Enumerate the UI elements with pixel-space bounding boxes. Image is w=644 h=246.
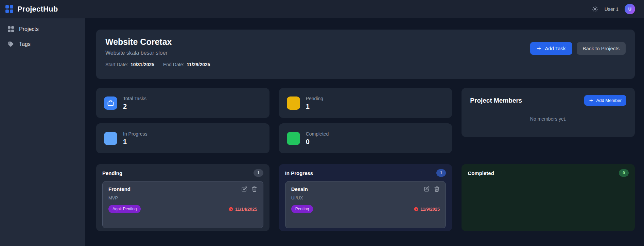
- trash-icon: [251, 186, 257, 192]
- column-in-progress: In Progress 1 Desain: [279, 164, 452, 231]
- stat-label: Completed: [306, 131, 329, 137]
- add-task-button[interactable]: Add Task: [530, 42, 572, 55]
- plus-icon: [589, 98, 593, 103]
- pending-color-square: [287, 96, 300, 110]
- stat-card-total-tasks: Total Tasks 2: [96, 88, 269, 118]
- app-logo-icon: [5, 5, 13, 13]
- sidebar-item-label: Projects: [19, 26, 39, 32]
- project-subtitle: Website skala besar sloer: [105, 50, 210, 56]
- brand: ProjectHub: [5, 5, 58, 14]
- sidebar-item-tags[interactable]: Tags: [0, 37, 85, 52]
- project-title: Website Coretax: [105, 37, 210, 47]
- plus-icon: [537, 46, 542, 51]
- task-due-date: 11/9/2025: [414, 207, 440, 212]
- theme-toggle-button[interactable]: [592, 6, 598, 13]
- grid-icon: [8, 26, 14, 32]
- task-tag-badge: Penting: [291, 205, 313, 213]
- add-member-button[interactable]: Add Member: [584, 95, 626, 106]
- column-title: Pending: [102, 170, 122, 176]
- start-date-value: 10/31/2025: [130, 62, 154, 67]
- column-count-badge: 1: [254, 169, 263, 177]
- stat-value: 2: [123, 103, 146, 110]
- add-task-label: Add Task: [545, 46, 565, 51]
- task-due-date: 11/14/2025: [229, 207, 257, 212]
- column-completed: Completed 0: [462, 164, 635, 231]
- task-tag-badge: Agak Penting: [108, 205, 141, 213]
- stat-value: 1: [306, 103, 323, 110]
- sidebar-item-projects[interactable]: Projects: [0, 22, 85, 37]
- avatar-initial: U: [628, 6, 631, 12]
- delete-task-button[interactable]: [251, 186, 257, 192]
- column-count-badge: 0: [619, 169, 629, 177]
- task-title: Frontend: [108, 186, 130, 192]
- stat-value: 1: [123, 138, 147, 146]
- in-progress-color-square: [104, 132, 117, 145]
- topbar: ProjectHub User 1 U: [0, 0, 644, 18]
- edit-task-button[interactable]: [241, 186, 247, 192]
- stats-grid: Total Tasks 2 Pending 1 In Progress 1: [96, 88, 635, 153]
- user-avatar[interactable]: U: [625, 4, 635, 14]
- app-title: ProjectHub: [17, 5, 58, 14]
- stat-card-completed: Completed 0: [279, 123, 452, 153]
- clock-icon: [414, 207, 418, 211]
- stat-label: In Progress: [123, 131, 147, 137]
- project-dates: Start Date: 10/31/2025 End Date: 11/29/2…: [105, 62, 210, 67]
- stat-label: Total Tasks: [123, 96, 146, 101]
- edit-icon: [424, 186, 430, 192]
- kanban-board: Pending 1 Frontend: [96, 164, 635, 231]
- sidebar-item-label: Tags: [19, 41, 31, 47]
- due-date-text: 11/14/2025: [235, 207, 257, 212]
- tag-icon: [8, 41, 14, 47]
- sidebar: Projects Tags: [0, 18, 85, 246]
- task-card-frontend[interactable]: Frontend: [102, 181, 263, 228]
- task-title: Desain: [291, 186, 308, 192]
- user-name: User 1: [605, 6, 619, 12]
- start-date-label: Start Date:: [105, 62, 128, 67]
- task-description: MVP: [108, 195, 257, 200]
- sun-icon: [592, 6, 598, 13]
- column-count-badge: 1: [436, 169, 446, 177]
- back-to-projects-label: Back to Projects: [583, 46, 620, 51]
- members-title: Project Members: [470, 97, 522, 104]
- clock-icon: [229, 207, 233, 211]
- column-pending: Pending 1 Frontend: [96, 164, 269, 231]
- stat-label: Pending: [306, 96, 323, 101]
- end-date-value: 11/29/2025: [187, 62, 210, 67]
- delete-task-button[interactable]: [434, 186, 440, 192]
- add-member-label: Add Member: [596, 98, 622, 103]
- stat-card-in-progress: In Progress 1: [96, 123, 269, 153]
- back-to-projects-button[interactable]: Back to Projects: [577, 42, 626, 55]
- column-title: Completed: [468, 170, 494, 176]
- completed-color-square: [287, 132, 300, 145]
- project-members-card: Project Members Add Member No members ye…: [462, 88, 635, 137]
- trash-icon: [434, 186, 440, 192]
- main-content: Website Coretax Website skala besar sloe…: [85, 18, 644, 246]
- due-date-text: 11/9/2025: [420, 207, 440, 212]
- members-empty-text: No members yet.: [470, 116, 626, 122]
- project-header-card: Website Coretax Website skala besar sloe…: [96, 30, 635, 79]
- edit-task-button[interactable]: [424, 186, 430, 192]
- total-tasks-square: [104, 96, 117, 110]
- task-description: UI/UX: [291, 195, 440, 200]
- task-card-desain[interactable]: Desain: [285, 181, 446, 228]
- edit-icon: [241, 186, 247, 192]
- briefcase-icon: [107, 100, 114, 107]
- stat-card-pending: Pending 1: [279, 88, 452, 118]
- column-title: In Progress: [285, 170, 313, 176]
- stat-value: 0: [306, 138, 329, 146]
- end-date-label: End Date:: [163, 62, 184, 67]
